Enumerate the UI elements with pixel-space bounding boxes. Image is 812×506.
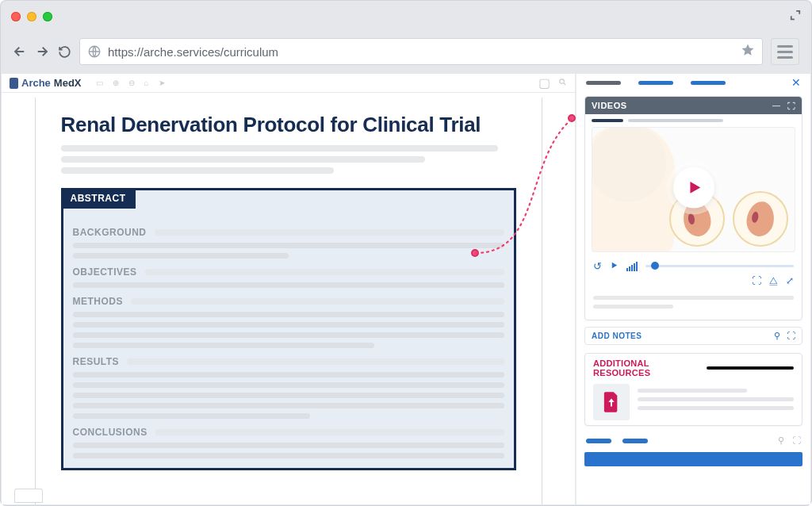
videos-label: VIDEOS [592,101,627,110]
footer-chip[interactable] [586,439,611,443]
nav-row: https://arche.services/curriculum [0,33,812,73]
page-title: Renal Denervation Protocol for Clinical … [61,113,516,137]
volume-icon[interactable] [626,262,638,271]
videos-card-header: VIDEOS — ⛶ [585,97,802,114]
browser-window: https://arche.services/curriculum ArcheM… [0,0,812,506]
resources-card: ADDITIONAL RESOURCES [584,353,802,426]
pdf-file-icon [593,384,630,420]
share-icon[interactable]: ⧋ [769,275,778,286]
primary-action-button[interactable] [584,452,802,466]
resource-item[interactable] [585,379,802,425]
side-tab-2[interactable] [638,81,673,85]
minimize-window-icon[interactable] [27,12,36,21]
add-notes-row[interactable]: ADD NOTES ⚲ ⛶ [584,327,802,345]
side-panel: ✕ VIDEOS — ⛶ [576,74,810,504]
document-toolbar: ArcheMedX ▭ ⊕ ⊖ ⌂ ➤ ▢ [2,74,575,93]
add-notes-label: ADD NOTES [592,332,642,340]
placeholder-line [61,145,498,151]
minimize-icon[interactable]: — [772,102,781,110]
titlebar [0,0,812,33]
section-results: RESULTS [73,356,504,367]
layout-icon[interactable]: ▢ [538,75,550,90]
brand-mark-icon [10,78,18,89]
video-title-row [585,114,802,124]
pointer-icon[interactable]: ➤ [159,79,165,87]
search-icon[interactable] [558,75,567,90]
document-page: Renal Denervation Protocol for Clinical … [35,98,542,504]
side-panel-footer: ⚲ ⛶ [576,431,810,447]
document-body: Renal Denervation Protocol for Clinical … [2,93,575,504]
video-controls: ↺ [585,255,802,272]
close-window-icon[interactable] [11,12,21,21]
menu-button[interactable] [771,38,799,65]
anatomy-figure-icon [592,127,675,252]
pin-icon[interactable]: ⚲ [774,331,780,341]
expand-footer-icon[interactable]: ⛶ [792,435,801,446]
fullscreen-video-icon[interactable]: ⛶ [752,275,761,286]
kidney-illustration-icon [733,191,788,247]
fullscreen-icon[interactable] [790,10,801,24]
placeholder-line [61,156,425,163]
section-conclusions: CONCLUSIONS [73,427,504,438]
doc-tools: ▭ ⊕ ⊖ ⌂ ➤ [96,79,165,87]
footer-chip[interactable] [622,439,648,443]
url-text: https://arche.services/curriculum [108,45,734,59]
app-area: ArcheMedX ▭ ⊕ ⊖ ⌂ ➤ ▢ [2,73,810,504]
brand-part1: Arche [21,77,51,89]
reload-button[interactable] [57,44,71,59]
video-player[interactable] [592,127,795,252]
side-tab-3[interactable] [691,81,726,85]
brand-logo[interactable]: ArcheMedX [10,77,82,89]
bookmark-icon[interactable] [741,43,755,60]
play-icon[interactable] [610,260,619,272]
brand-part2: MedX [54,77,82,89]
window-controls [11,12,52,21]
placeholder-line [61,167,334,174]
pin-footer-icon[interactable]: ⚲ [778,435,784,446]
expand-icon[interactable]: ⛶ [787,102,796,110]
close-panel-icon[interactable]: ✕ [791,76,801,89]
videos-card: VIDEOS — ⛶ [584,96,802,320]
section-background: BACKGROUND [73,227,504,238]
collapse-icon[interactable]: ⤢ [786,275,794,286]
home-icon[interactable]: ⌂ [144,79,149,87]
back-button[interactable] [13,44,27,59]
zoom-out-icon[interactable]: ⊖ [128,79,135,87]
video-desc [585,296,802,320]
doc-tools-right: ▢ [538,75,567,90]
play-button[interactable] [673,167,714,208]
connector-endpoint-icon [568,114,576,122]
abstract-box: ABSTRACT BACKGROUND OBJECTIVES METHODS R… [61,188,516,470]
resources-header: ADDITIONAL RESOURCES [585,354,802,379]
svg-point-1 [560,79,565,84]
rewind-icon[interactable]: ↺ [593,260,602,272]
zoom-in-icon[interactable]: ⊕ [113,79,119,87]
section-objectives: OBJECTIVES [73,266,504,278]
address-bar[interactable]: https://arche.services/curriculum [79,38,763,65]
side-tab-1[interactable] [586,81,621,85]
resources-label: ADDITIONAL RESOURCES [593,358,700,378]
connector-endpoint-icon [471,249,479,257]
document-panel: ArcheMedX ▭ ⊕ ⊖ ⌂ ➤ ▢ [2,74,576,504]
forward-button[interactable] [35,44,49,59]
abstract-tab: ABSTRACT [61,188,136,209]
resource-desc [638,384,794,415]
progress-slider[interactable] [645,265,794,267]
globe-icon [87,44,102,59]
expand-notes-icon[interactable]: ⛶ [787,331,795,341]
maximize-window-icon[interactable] [43,12,52,21]
video-action-icons: ⛶ ⧋ ⤢ [585,272,802,291]
page-icon[interactable]: ▭ [96,79,103,87]
tab-stub[interactable] [14,489,43,503]
section-methods: METHODS [73,296,504,307]
side-panel-tabs: ✕ [576,74,810,91]
